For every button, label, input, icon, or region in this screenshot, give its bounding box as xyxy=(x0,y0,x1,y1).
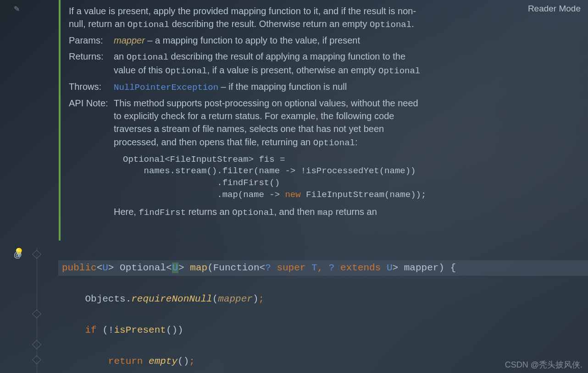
doc-text: , if a value is present, otherwise an em… xyxy=(207,65,379,75)
doc-text: , and then xyxy=(274,207,317,217)
javadoc-apinote-row: API Note: This method supports post-proc… xyxy=(69,97,422,219)
javadoc-returns-row: Returns: an Optional describing the resu… xyxy=(69,50,422,77)
doc-code: Optional xyxy=(370,20,411,30)
doc-code: Optional xyxy=(313,138,355,148)
javadoc-example-block: Optional<FileInputStream> fis = names.st… xyxy=(123,154,426,201)
doc-code: map xyxy=(317,208,333,218)
doc-code: Optional xyxy=(232,208,274,218)
doc-text: returns an xyxy=(186,207,232,217)
doc-text: – a mapping function to apply to the val… xyxy=(145,35,360,45)
doc-code: Optional xyxy=(165,66,207,76)
editor-gutter: ✎ 💡 @ xyxy=(0,0,60,373)
javadoc-popup: If a value is present, apply the provide… xyxy=(69,5,422,219)
doc-text: . xyxy=(411,19,414,29)
javadoc-params-row: Params: mapper – a mapping function to a… xyxy=(69,34,422,47)
javadoc-left-border xyxy=(59,0,61,241)
fold-handle-icon[interactable] xyxy=(32,340,41,349)
example-line: FileInputStream(name)); xyxy=(301,190,427,200)
params-label: Params: xyxy=(69,34,114,47)
code-line-signature[interactable]: public<U> Optional<U> map(Function<? sup… xyxy=(58,260,588,276)
code-line[interactable]: Objects.requireNonNull(mapper); xyxy=(62,291,588,307)
example-line: .findFirst() xyxy=(123,178,280,188)
doc-code: Optional xyxy=(127,52,168,62)
override-at-icon[interactable]: @ xyxy=(14,250,22,260)
doc-code: Optional xyxy=(128,20,169,30)
doc-text: : xyxy=(355,137,358,147)
csdn-watermark: CSDN @秃头披风侠. xyxy=(505,359,582,370)
doc-text: an xyxy=(114,51,127,61)
doc-text: – if the mapping function is null xyxy=(218,82,347,92)
javadoc-summary: If a value is present, apply the provide… xyxy=(69,5,422,31)
doc-text: Here, xyxy=(114,207,139,217)
fold-handle-icon[interactable] xyxy=(32,250,41,259)
apinote-label: API Note: xyxy=(69,97,114,219)
doc-code: Optional xyxy=(378,66,420,76)
returns-label: Returns: xyxy=(69,50,114,77)
doc-text: This method supports post-processing on … xyxy=(114,98,418,147)
doc-code: findFirst xyxy=(139,208,186,218)
fold-handle-icon[interactable] xyxy=(32,309,41,318)
throws-label: Throws: xyxy=(69,80,114,94)
doc-text: describing the result. Otherwise return … xyxy=(169,19,370,29)
edit-pencil-icon[interactable]: ✎ xyxy=(14,5,20,13)
fold-handle-icon[interactable] xyxy=(32,355,41,364)
example-line: .map(name -> xyxy=(123,190,285,200)
javadoc-throws-row: Throws: NullPointerException – if the ma… xyxy=(69,80,422,94)
code-line[interactable]: if (!isPresent()) xyxy=(62,323,588,338)
example-line: Optional<FileInputStream> fis = xyxy=(123,154,285,165)
doc-text: returns an xyxy=(333,207,377,217)
source-code-area[interactable]: public<U> Optional<U> map(Function<? sup… xyxy=(62,245,588,373)
exception-link[interactable]: NullPointerException xyxy=(114,82,218,93)
example-keyword: new xyxy=(285,190,300,200)
example-line: names.stream().filter(name -> !isProcess… xyxy=(123,166,416,176)
reader-mode-button[interactable]: Reader Mode xyxy=(525,3,583,15)
param-name-link[interactable]: mapper xyxy=(114,35,145,45)
